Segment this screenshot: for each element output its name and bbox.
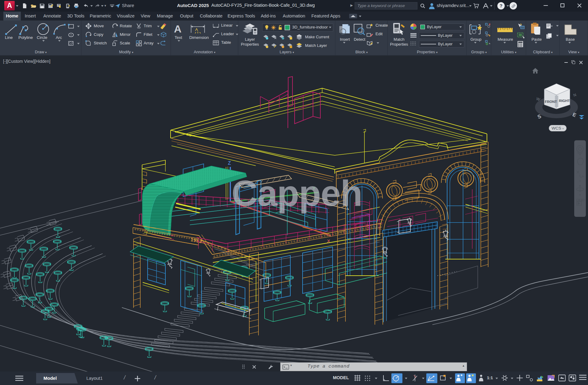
svg-text:N: N xyxy=(573,92,577,98)
svg-text:Z: Z xyxy=(228,160,231,166)
svg-text:RIGHT: RIGHT xyxy=(559,99,570,103)
svg-text:FRONT: FRONT xyxy=(545,100,557,104)
svg-text:Cappeh: Cappeh xyxy=(232,173,362,213)
